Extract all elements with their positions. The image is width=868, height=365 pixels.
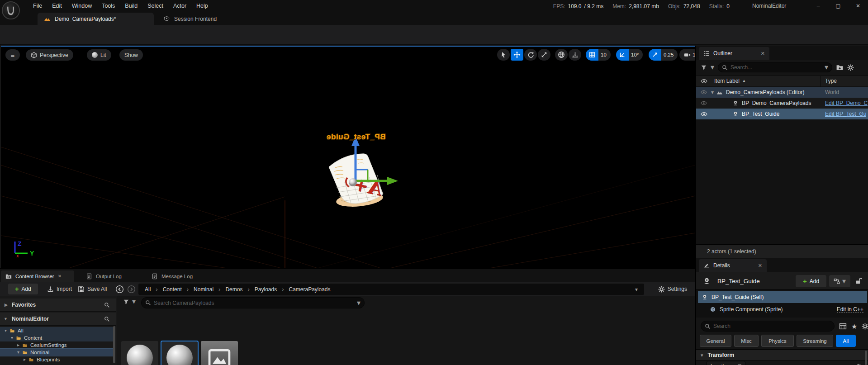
asset-tile-bp-test-guide[interactable]: BP_Test_Guide	[161, 341, 198, 365]
menu-tools[interactable]: Tools	[97, 0, 120, 12]
outliner-search[interactable]	[718, 62, 832, 72]
reset-to-default-icon[interactable]	[855, 362, 862, 365]
expand-arrow-icon[interactable]	[711, 90, 714, 95]
add-component-button[interactable]: Add	[796, 275, 826, 287]
lock-open-icon[interactable]	[854, 277, 862, 285]
component-row-sprite[interactable]: Sprite Component (Sprite) Edit in C++	[698, 303, 867, 316]
surface-snapping-button[interactable]	[569, 49, 581, 61]
gear-icon[interactable]	[847, 64, 854, 71]
nominaleditor-section[interactable]: NominalEditor	[0, 313, 116, 326]
tree-item-all[interactable]: All	[0, 327, 113, 334]
minimize-button[interactable]	[808, 0, 828, 12]
new-folder-icon[interactable]	[836, 64, 844, 71]
close-button[interactable]	[848, 0, 868, 12]
favorites-section[interactable]: Favorites	[0, 299, 116, 312]
show-dropdown[interactable]: Show	[119, 49, 143, 61]
search-icon[interactable]	[104, 302, 110, 308]
forward-button[interactable]	[127, 285, 136, 294]
world-local-toggle[interactable]	[555, 49, 568, 61]
level-viewport[interactable]: A+ Z Y x BP_Test_Guide	[1, 46, 695, 268]
tab-session-frontend[interactable]: Session Frontend	[158, 13, 235, 25]
import-button[interactable]: Import	[47, 284, 72, 294]
details-search-input[interactable]	[713, 323, 826, 329]
asset-tile-bp-demo-camerapayloads[interactable]: BP_Demo_ Camera Payloads	[121, 341, 158, 365]
scale-snap-value[interactable]: 0.25	[661, 49, 678, 61]
lit-dropdown[interactable]: Lit	[87, 49, 111, 61]
filter-chip-misc[interactable]: Misc	[734, 335, 759, 347]
edit-in-cpp-link[interactable]: Edit in C++	[837, 306, 863, 313]
tree-item-content[interactable]: Content	[0, 334, 113, 341]
column-item-label[interactable]: Item Label	[714, 78, 740, 84]
chevron-down-icon[interactable]	[825, 64, 828, 71]
tree-item-cesiumsettings[interactable]: CesiumSettings	[0, 341, 113, 349]
outliner-row-world[interactable]: Demo_CameraPayloads (Editor) World	[696, 87, 868, 98]
scale-tool[interactable]	[538, 49, 550, 61]
scale-snap-toggle[interactable]	[649, 49, 661, 61]
rotate-tool[interactable]	[524, 49, 537, 61]
edit-blueprint-link[interactable]: Edit BP_Demo_C	[825, 100, 868, 106]
breadcrumb-payloads[interactable]: Payloads	[255, 286, 277, 293]
asset-search[interactable]	[141, 297, 365, 308]
search-icon[interactable]	[104, 316, 110, 322]
chevron-down-icon[interactable]	[357, 299, 360, 307]
column-type[interactable]: Type	[825, 78, 837, 84]
menu-edit[interactable]: Edit	[47, 0, 67, 12]
close-icon[interactable]	[58, 274, 62, 279]
asset-search-input[interactable]	[154, 300, 348, 306]
back-button[interactable]	[115, 285, 124, 294]
select-tool[interactable]	[497, 49, 510, 61]
asset-filter-button[interactable]	[123, 298, 136, 305]
edit-blueprint-link[interactable]: Edit BP_Test_Gu	[825, 111, 866, 117]
blueprint-actions-dropdown[interactable]	[829, 275, 850, 287]
favorites-star-icon[interactable]	[851, 323, 857, 330]
filter-chip-all[interactable]: All	[836, 335, 856, 347]
outliner-row-bp-demo[interactable]: BP_Demo_CameraPayloads Edit BP_Demo_C	[696, 98, 868, 109]
perspective-dropdown[interactable]: Perspective	[26, 49, 73, 61]
component-row-self[interactable]: BP_Test_Guide (Self)	[698, 291, 867, 303]
tree-item-blueprints[interactable]: Blueprints	[0, 356, 113, 363]
rotation-snap-toggle[interactable]	[616, 49, 629, 61]
tab-content-browser[interactable]: Content Browser	[1, 270, 74, 282]
eye-icon[interactable]	[701, 78, 707, 85]
filter-funnel-icon[interactable]	[701, 64, 707, 71]
grid-snap-value[interactable]: 10	[598, 49, 611, 61]
move-tool[interactable]	[511, 49, 523, 61]
eye-icon[interactable]	[701, 89, 707, 95]
content-browser-settings[interactable]: Settings	[658, 284, 687, 294]
add-asset-button[interactable]: Add	[8, 284, 38, 294]
close-icon[interactable]	[761, 51, 765, 56]
tab-message-log[interactable]: Message Log	[147, 270, 197, 282]
outliner-search-input[interactable]	[730, 64, 814, 71]
rotation-snap-value[interactable]: 10°	[629, 49, 643, 61]
outliner-empty-area[interactable]	[696, 119, 868, 244]
outliner-row-bp-test-guide[interactable]: BP_Test_Guide Edit BP_Test_Gu	[696, 109, 868, 119]
gear-icon[interactable]	[862, 323, 868, 330]
save-all-button[interactable]: Save All	[78, 284, 107, 294]
breadcrumb-content[interactable]: Content	[163, 286, 182, 293]
menu-actor[interactable]: Actor	[168, 0, 191, 12]
breadcrumb-all[interactable]: All	[145, 286, 151, 293]
unreal-logo[interactable]	[2, 1, 20, 19]
breadcrumb-camerapayloads[interactable]: CameraPayloads	[289, 286, 331, 293]
eye-icon[interactable]	[701, 100, 707, 106]
transform-section-header[interactable]: Transform	[696, 349, 868, 361]
tab-outliner[interactable]: Outliner	[699, 47, 769, 60]
display-filter-icon[interactable]	[839, 322, 847, 330]
tab-output-log[interactable]: Output Log	[81, 270, 126, 282]
close-icon[interactable]	[758, 263, 762, 268]
filter-chip-streaming[interactable]: Streaming	[797, 335, 833, 347]
eye-icon[interactable]	[701, 111, 707, 118]
tab-level-demo-camerapayloads[interactable]: Demo_CameraPayloads*	[38, 13, 154, 25]
details-search[interactable]	[701, 321, 835, 332]
menu-build[interactable]: Build	[120, 0, 142, 12]
menu-select[interactable]: Select	[142, 0, 168, 12]
tab-details[interactable]: Details	[699, 259, 767, 272]
menu-help[interactable]: Help	[191, 0, 213, 12]
chevron-down-icon[interactable]	[711, 64, 714, 71]
chevron-down-icon[interactable]	[635, 287, 638, 292]
grid-snap-toggle[interactable]	[586, 49, 598, 61]
asset-tile-demo-camerapayloads-level[interactable]: Demo_Camera Payloads	[201, 341, 238, 365]
sources-scrollbar[interactable]	[113, 326, 115, 363]
camera-speed-button[interactable]: 1	[679, 49, 695, 61]
filter-chip-physics[interactable]: Physics	[761, 335, 794, 347]
